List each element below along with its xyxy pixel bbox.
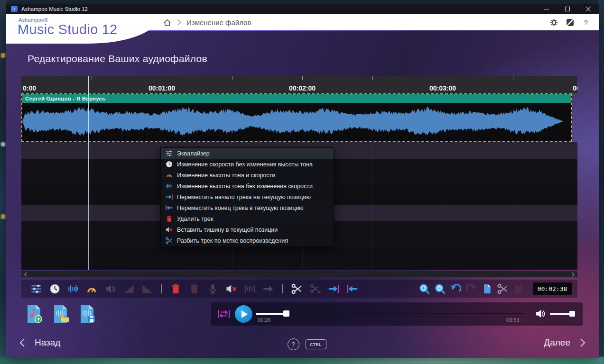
- open-audio-file-button[interactable]: [53, 304, 70, 325]
- menu-item-split-track[interactable]: Разбить трек по метке воспроизведения: [161, 235, 334, 246]
- breadcrumb-chevron-icon: [177, 19, 181, 26]
- save-audio-file-button[interactable]: [79, 304, 96, 325]
- undo-icon: [450, 283, 461, 294]
- play-icon: [242, 310, 248, 318]
- home-icon[interactable]: [163, 18, 172, 27]
- next-label: Далее: [544, 337, 570, 348]
- save-audio-file-icon: [79, 304, 96, 325]
- file-actions: [26, 302, 96, 327]
- loop-icon: [217, 308, 230, 320]
- add-audio-file-icon: [26, 304, 43, 325]
- move-start-button[interactable]: [328, 283, 339, 294]
- fade-in-button[interactable]: [123, 283, 134, 294]
- settings-button[interactable]: [549, 18, 558, 27]
- scroll-left-icon[interactable]: [24, 272, 28, 276]
- ruler-tick: [232, 76, 232, 80]
- menu-item-change-speed-keep-pitch[interactable]: Изменение скорости без изменения высоты …: [161, 159, 334, 170]
- undo-button[interactable]: [450, 283, 461, 294]
- playhead[interactable]: [88, 76, 89, 270]
- desktop-edge-bottom: [0, 357, 604, 364]
- context-menu: ЭквалайзерИзменение скорости без изменен…: [160, 147, 334, 247]
- speaker-x-icon: [226, 283, 237, 294]
- ruler-time-label: 00:01:00: [149, 84, 175, 92]
- equalizer-button[interactable]: [31, 283, 42, 294]
- copy-button[interactable]: [482, 283, 492, 294]
- close-button[interactable]: [578, 4, 599, 14]
- change-pitch-button[interactable]: [68, 283, 79, 294]
- goto-position-button[interactable]: [263, 283, 274, 294]
- volume-slider[interactable]: [550, 313, 575, 315]
- split-track-icon: [166, 237, 173, 244]
- menu-item-delete-track[interactable]: Удалить трек: [161, 213, 334, 224]
- feedback-icon: [567, 19, 574, 26]
- seek-slider[interactable]: [256, 312, 524, 315]
- back-button[interactable]: Назад: [19, 337, 60, 348]
- menu-item-change-pitch-and-speed[interactable]: Изменение высоты тона и скорости: [161, 170, 334, 181]
- loop-button[interactable]: [217, 308, 230, 320]
- menu-item-insert-silence[interactable]: Вставить тишину в текущей позиции: [161, 224, 334, 235]
- trim-selection-button[interactable]: [244, 283, 255, 294]
- next-button[interactable]: Далее: [544, 337, 586, 348]
- ruler-tick: [302, 76, 303, 80]
- add-audio-file-button[interactable]: [26, 304, 43, 325]
- insert-silence-button[interactable]: [226, 283, 237, 294]
- maximize-icon: [565, 7, 570, 11]
- waveform[interactable]: [22, 103, 571, 141]
- move-end-button[interactable]: [347, 283, 358, 294]
- split-button[interactable]: [291, 283, 302, 294]
- horizontal-scrollbar[interactable]: [21, 271, 577, 277]
- record-button[interactable]: [207, 283, 218, 294]
- page-icon: [482, 283, 492, 294]
- menu-item-label: Вставить тишину в текущей позиции: [177, 227, 278, 233]
- menu-item-equalizer[interactable]: Эквалайзер: [161, 148, 334, 159]
- volume-icon[interactable]: [535, 309, 546, 319]
- equalizer-icon: [166, 150, 173, 157]
- track-lane[interactable]: [21, 246, 577, 270]
- mag-plus-icon: [419, 283, 430, 294]
- menu-item-label: Изменение высоты тона без изменения скор…: [177, 183, 313, 190]
- audio-clip-title[interactable]: Сергей Одинцов - Я Вернусь: [22, 94, 571, 103]
- zoom-out-button[interactable]: [435, 283, 446, 294]
- menu-item-label: Разбить трек по метке воспроизведения: [177, 237, 288, 244]
- gear-icon: [550, 18, 558, 27]
- paste-button[interactable]: [513, 283, 524, 294]
- delete-selection-button[interactable]: [189, 283, 200, 294]
- seek-thumb[interactable]: [283, 310, 289, 317]
- elapsed-time: 00:26: [258, 317, 271, 323]
- gauge-icon: [86, 283, 97, 294]
- help-button[interactable]: ?: [582, 18, 590, 27]
- menu-item-change-pitch-keep-speed[interactable]: Изменение высоты тона без изменения скор…: [161, 181, 334, 191]
- redo-button[interactable]: [466, 283, 477, 294]
- breadcrumb: Изменение файлов: [163, 14, 251, 30]
- minimize-button[interactable]: [536, 4, 557, 14]
- help-hint-icon[interactable]: ?: [288, 338, 299, 350]
- chevron-right-icon: [580, 338, 586, 347]
- delete-track-button[interactable]: [170, 283, 181, 294]
- toolbar-left-group: [27, 283, 362, 294]
- feedback-button[interactable]: [566, 18, 574, 27]
- play-button[interactable]: [235, 305, 252, 323]
- cut-button[interactable]: [497, 283, 508, 294]
- menu-item-move-track-end[interactable]: Переместить конец трека в текущую позици…: [161, 202, 334, 213]
- fade-out-button[interactable]: [142, 283, 153, 294]
- menu-item-label: Изменение скорости без изменения высоты …: [177, 161, 313, 168]
- app-icon: ♪: [11, 6, 18, 12]
- normalize-volume-button[interactable]: [105, 283, 116, 294]
- split-selection-button[interactable]: [310, 283, 321, 294]
- seek-progress: [256, 313, 286, 315]
- zoom-in-button[interactable]: [419, 283, 430, 294]
- pitch-and-speed-button[interactable]: [86, 283, 97, 294]
- ruler-time-label: 00: [573, 84, 577, 92]
- audio-clip[interactable]: Сергей Одинцов - Я Вернусь: [21, 93, 572, 142]
- maximize-button[interactable]: [557, 4, 578, 14]
- menu-item-label: Эквалайзер: [177, 150, 210, 157]
- logo-version: 12: [102, 22, 118, 37]
- scissors-icon: [497, 283, 508, 294]
- menu-item-move-track-start[interactable]: Переместить начало трека на текущую пози…: [161, 191, 334, 202]
- change-speed-button[interactable]: [49, 283, 60, 294]
- volume-thumb[interactable]: [569, 311, 575, 317]
- open-audio-file-icon: [53, 304, 70, 325]
- scroll-right-icon[interactable]: [571, 272, 575, 276]
- timeline-ruler[interactable]: 0:0000:01:0000:02:0000:03:0000: [21, 76, 577, 93]
- ruler-time-label: 0:00: [23, 84, 36, 92]
